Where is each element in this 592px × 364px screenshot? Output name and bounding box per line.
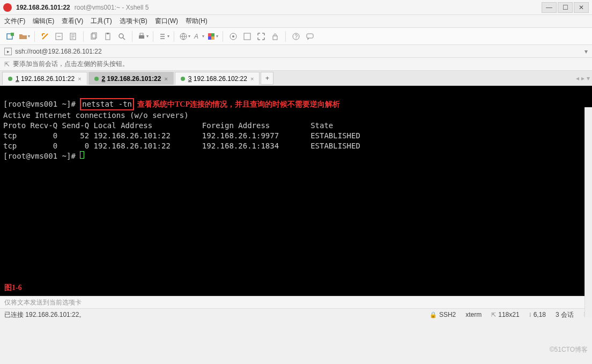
toolbar-separator <box>285 31 286 42</box>
tab-close-icon[interactable]: × <box>78 76 81 82</box>
fullscreen-icon[interactable] <box>241 31 253 42</box>
tab-label: 192.168.26.101:22 <box>107 75 161 83</box>
svg-point-8 <box>119 34 123 38</box>
title-bar: 192.168.26.101:22 root@vms001:~ - Xshell… <box>0 0 592 15</box>
cursor-icon: ⁞ <box>529 311 531 318</box>
menu-tabs[interactable]: 选项卡(B) <box>120 17 147 26</box>
svg-text:?: ? <box>295 34 298 40</box>
transfer-icon[interactable] <box>158 31 169 42</box>
status-size: 118x21 <box>498 311 519 318</box>
svg-rect-7 <box>107 33 109 34</box>
close-button[interactable]: ✕ <box>574 2 589 13</box>
svg-rect-16 <box>211 36 214 40</box>
svg-rect-13 <box>208 33 211 36</box>
transparency-icon[interactable] <box>255 31 267 42</box>
status-ssh: SSH2 <box>439 311 456 318</box>
tab-nav: ◂ ▸ ▾ <box>576 75 590 82</box>
address-icon: ▸ <box>4 48 12 55</box>
tab-label: 192.168.26.101:22 <box>21 75 75 83</box>
figure-label: 图1-6 <box>4 283 22 293</box>
menu-view[interactable]: 查看(V) <box>62 17 83 26</box>
toolbar: A ? <box>0 28 592 45</box>
svg-text:A: A <box>194 33 198 40</box>
status-connection: 已连接 192.168.26.101:22。 <box>4 310 420 320</box>
terminal-cursor <box>80 151 84 159</box>
disconnect-icon[interactable] <box>53 31 65 42</box>
svg-point-18 <box>232 35 234 38</box>
add-session-icon[interactable]: ⇱ <box>4 61 10 68</box>
ssh-icon: 🔒 <box>430 311 437 318</box>
address-url[interactable]: ssh://root@192.168.26.101:22 <box>15 48 584 55</box>
paste-icon[interactable] <box>102 31 114 42</box>
terminal-row: tcp 0 52 192.168.26.101:22 192.168.26.1:… <box>3 131 360 140</box>
tab-add-button[interactable]: + <box>261 72 273 85</box>
feedback-icon[interactable] <box>304 31 316 42</box>
toolbar-separator <box>83 31 84 42</box>
window-controls: — ☐ ✕ <box>542 2 589 13</box>
terminal-scrollbar[interactable] <box>584 107 592 317</box>
help-icon[interactable]: ? <box>290 31 302 42</box>
menu-tools[interactable]: 工具(T) <box>91 17 112 26</box>
input-bar[interactable]: 仅将文本发送到当前选项卡 ▾ <box>0 296 592 309</box>
menu-bar: 文件(F) 编辑(E) 查看(V) 工具(T) 选项卡(B) 窗口(W) 帮助(… <box>0 15 592 28</box>
terminal-prompt: [root@vms001 ~]# <box>3 152 80 160</box>
svg-rect-9 <box>139 35 144 39</box>
watermark: ©51CTO博客 <box>550 345 588 354</box>
tab-status-dot <box>8 77 12 81</box>
minimize-button[interactable]: — <box>542 2 557 13</box>
address-bar: ▸ ssh://root@192.168.26.101:22 ▾ <box>0 45 592 58</box>
compose-icon[interactable] <box>227 31 239 42</box>
tab-1[interactable]: 1 192.168.26.101:22 × <box>2 72 87 85</box>
menu-window[interactable]: 窗口(W) <box>155 17 178 26</box>
input-placeholder: 仅将文本发送到当前选项卡 <box>4 298 82 307</box>
toolbar-separator <box>34 31 35 42</box>
menu-help[interactable]: 帮助(H) <box>186 17 208 26</box>
tab-close-icon[interactable]: × <box>250 76 254 82</box>
svg-rect-14 <box>211 33 214 36</box>
status-term: xterm <box>465 311 482 318</box>
new-session-icon[interactable] <box>4 31 16 42</box>
terminal-header: Proto Recv-Q Send-Q Local Address Foreig… <box>3 121 333 130</box>
status-cursor: 6,18 <box>534 311 546 318</box>
toolbar-separator <box>223 31 223 42</box>
svg-rect-19 <box>244 33 250 40</box>
svg-rect-1 <box>11 33 14 36</box>
copy-icon[interactable] <box>88 31 100 42</box>
color-scheme-icon[interactable] <box>206 31 218 42</box>
maximize-button[interactable]: ☐ <box>558 2 573 13</box>
tab-bar: 1 192.168.26.101:22 × 2 192.168.26.101:2… <box>0 71 592 86</box>
search-icon[interactable] <box>116 31 128 42</box>
title-subtitle: root@vms001:~ - Xshell 5 <box>75 4 149 11</box>
svg-rect-20 <box>273 36 277 40</box>
open-session-icon[interactable] <box>18 31 30 42</box>
terminal-prompt: [root@vms001 ~]# <box>3 100 80 108</box>
terminal[interactable]: [root@vms001 ~]# netstat -tn查看系统中TCP连接的情… <box>0 86 592 296</box>
info-text: 要添加当前会话，点击左侧的箭头按钮。 <box>13 60 129 69</box>
font-icon[interactable]: A <box>193 31 204 42</box>
status-sessions: 3 会话 <box>556 310 574 320</box>
terminal-output: Active Internet connections (w/o servers… <box>3 111 189 120</box>
address-dropdown-icon[interactable]: ▾ <box>584 48 588 55</box>
tab-close-icon[interactable]: × <box>164 76 167 82</box>
info-bar: ⇱ 要添加当前会话，点击左侧的箭头按钮。 <box>0 58 592 71</box>
tab-3[interactable]: 3 192.168.26.102:22 × <box>175 72 260 85</box>
print-icon[interactable] <box>137 31 149 42</box>
terminal-annotation: 查看系统中TCP连接的情况，并且查询的时候不需要逆向解析 <box>137 100 340 108</box>
tab-menu-icon[interactable]: ▾ <box>587 75 590 82</box>
svg-rect-23 <box>307 34 313 38</box>
tab-prev-icon[interactable]: ◂ <box>576 75 579 82</box>
status-bar: 已连接 192.168.26.101:22。 🔒SSH2 xterm ⇱118x… <box>0 309 592 321</box>
toolbar-separator <box>132 31 132 42</box>
encoding-icon[interactable] <box>179 31 190 42</box>
size-icon: ⇱ <box>491 311 496 318</box>
lock-icon[interactable] <box>269 31 281 42</box>
title-host: 192.168.26.101:22 <box>16 4 70 11</box>
reconnect-icon[interactable] <box>39 31 51 42</box>
menu-edit[interactable]: 编辑(E) <box>33 17 54 26</box>
toolbar-separator <box>174 31 174 42</box>
properties-icon[interactable] <box>67 31 79 42</box>
tab-next-icon[interactable]: ▸ <box>581 75 584 82</box>
menu-file[interactable]: 文件(F) <box>4 17 25 26</box>
tab-status-dot <box>94 77 99 81</box>
tab-2[interactable]: 2 192.168.26.101:22 × <box>88 72 174 85</box>
